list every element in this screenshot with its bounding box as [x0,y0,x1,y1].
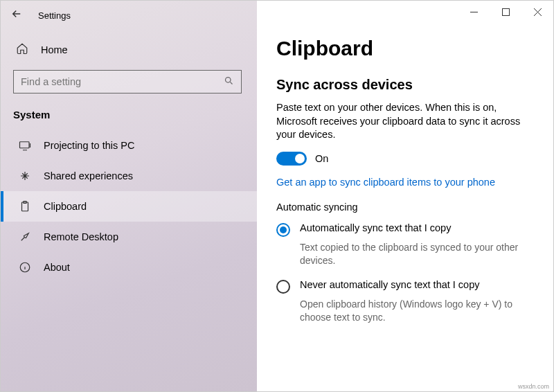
nav-item-remote[interactable]: Remote Desktop [1,222,257,252]
svg-rect-1 [20,142,30,148]
projecting-icon [19,139,31,152]
sync-toggle[interactable] [276,152,307,166]
sync-toggle-row: On [276,152,534,166]
section-heading: Sync across devices [276,77,534,93]
auto-sync-heading: Automatic syncing [276,202,534,213]
nav-item-label: Projecting to this PC [44,140,134,151]
back-button[interactable] [10,8,23,23]
clipboard-icon [19,200,31,213]
nav-item-projecting[interactable]: Projecting to this PC [1,130,257,161]
radio-description: Open clipboard history (Windows logo key… [300,298,534,324]
home-icon [16,42,28,57]
section-description: Paste text on your other devices. When t… [276,101,534,142]
search-input[interactable] [21,76,224,87]
radio-label: Automatically sync text that I copy [300,222,451,237]
app-title: Settings [38,10,71,21]
svg-rect-5 [502,8,509,15]
nav-item-label: About [44,262,70,273]
search-box[interactable] [13,70,242,93]
nav-item-about[interactable]: About [1,252,257,283]
sidebar: Settings Home System Projecting to this … [1,1,257,391]
content-pane: Clipboard Sync across devices Paste text… [257,1,553,391]
svg-point-0 [226,77,231,82]
nav-item-label: Remote Desktop [44,231,118,242]
nav-list: Projecting to this PC Shared experiences… [1,130,257,283]
close-button[interactable] [521,1,553,23]
about-icon [19,261,31,274]
remote-desktop-icon [19,231,31,243]
titlebar: Settings [1,1,257,30]
radio-label: Never automatically sync text that I cop… [300,279,480,294]
nav-item-label: Clipboard [44,201,87,212]
radio-description: Text copied to the clipboard is synced t… [300,241,534,267]
radio-icon [276,280,290,294]
radio-icon [276,223,290,237]
shared-experiences-icon [19,170,31,182]
get-app-link[interactable]: Get an app to sync clipboard items to yo… [276,177,534,188]
nav-item-shared[interactable]: Shared experiences [1,161,257,191]
sync-section: Sync across devices Paste text on your o… [257,60,553,337]
home-label: Home [41,44,68,55]
nav-item-clipboard[interactable]: Clipboard [1,191,257,222]
radio-auto-sync[interactable]: Automatically sync text that I copy [276,222,534,237]
search-icon [224,75,234,89]
window-controls [458,1,553,23]
home-nav[interactable]: Home [1,30,257,70]
minimize-button[interactable] [458,1,490,23]
toggle-state-label: On [315,153,328,164]
maximize-button[interactable] [490,1,521,23]
category-label: System [1,109,257,130]
settings-window: Settings Home System Projecting to this … [0,0,554,392]
nav-item-label: Shared experiences [44,170,133,181]
watermark: wsxdn.com [518,383,549,390]
radio-never-sync[interactable]: Never automatically sync text that I cop… [276,279,534,294]
